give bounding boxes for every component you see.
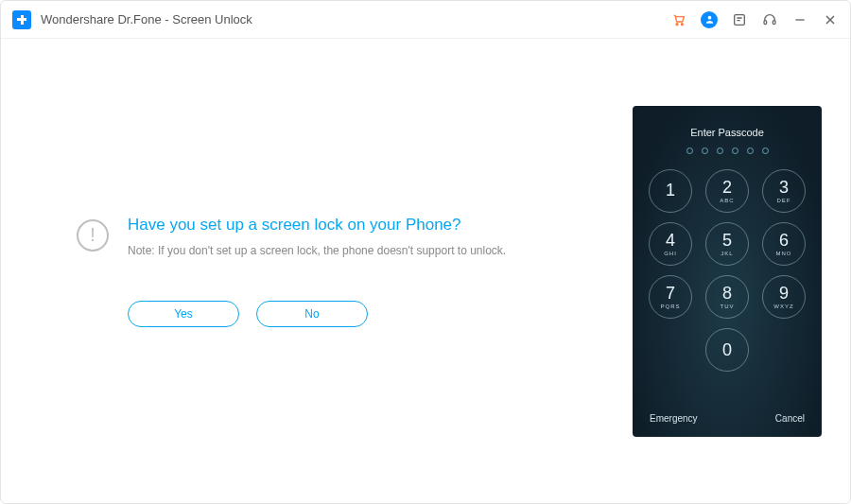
- passcode-dot: [747, 148, 754, 154]
- app-window: Wondershare Dr.Fone - Screen Unlock: [0, 0, 851, 504]
- phone-cancel-label: Cancel: [775, 413, 805, 424]
- svg-point-2: [707, 16, 711, 20]
- no-button[interactable]: No: [256, 301, 368, 327]
- cart-icon[interactable]: [670, 11, 687, 28]
- keypad-key-2: 2ABC: [705, 169, 749, 213]
- question-pane: ! Have you set up a screen lock on your …: [29, 216, 633, 327]
- passcode-dot: [732, 148, 738, 154]
- main-body: ! Have you set up a screen lock on your …: [1, 39, 850, 503]
- phone-title: Enter Passcode: [690, 127, 764, 138]
- passcode-dot: [762, 148, 769, 154]
- app-logo-icon: [12, 10, 31, 29]
- passcode-dot: [717, 148, 723, 154]
- titlebar-controls: [670, 11, 839, 28]
- svg-point-1: [681, 23, 683, 25]
- keypad-key-8: 8TUV: [705, 275, 749, 319]
- info-icon: !: [77, 219, 109, 252]
- question-heading: Have you set up a screen lock on your Ph…: [128, 216, 506, 235]
- close-button[interactable]: [822, 11, 839, 28]
- yes-button[interactable]: Yes: [128, 301, 239, 327]
- phone-keypad: 1 2ABC 3DEF 4GHI 5JKL 6MNO 7PQRS 8TUV 9W…: [649, 169, 806, 372]
- passcode-dot: [702, 148, 708, 154]
- minimize-button[interactable]: [791, 11, 808, 28]
- passcode-dots: [686, 148, 769, 154]
- feedback-icon[interactable]: [731, 11, 748, 28]
- svg-rect-4: [764, 20, 767, 24]
- app-title: Wondershare Dr.Fone - Screen Unlock: [41, 12, 252, 26]
- svg-point-0: [676, 23, 678, 25]
- svg-rect-5: [773, 20, 775, 24]
- keypad-key-7: 7PQRS: [649, 275, 692, 319]
- keypad-key-6: 6MNO: [762, 222, 806, 266]
- phone-emergency-label: Emergency: [650, 413, 698, 424]
- support-icon[interactable]: [761, 11, 778, 28]
- account-icon[interactable]: [701, 11, 718, 28]
- question-note: Note: If you don't set up a screen lock,…: [128, 244, 506, 257]
- keypad-key-4: 4GHI: [649, 222, 692, 266]
- phone-preview: Enter Passcode 1 2ABC 3DEF 4GHI 5JKL 6MN…: [633, 106, 822, 437]
- keypad-key-9: 9WXYZ: [762, 275, 806, 319]
- keypad-key-1: 1: [649, 169, 692, 213]
- keypad-key-3: 3DEF: [762, 169, 806, 213]
- passcode-dot: [686, 148, 693, 154]
- keypad-key-5: 5JKL: [705, 222, 749, 266]
- keypad-key-0: 0: [705, 328, 749, 372]
- titlebar: Wondershare Dr.Fone - Screen Unlock: [1, 1, 850, 39]
